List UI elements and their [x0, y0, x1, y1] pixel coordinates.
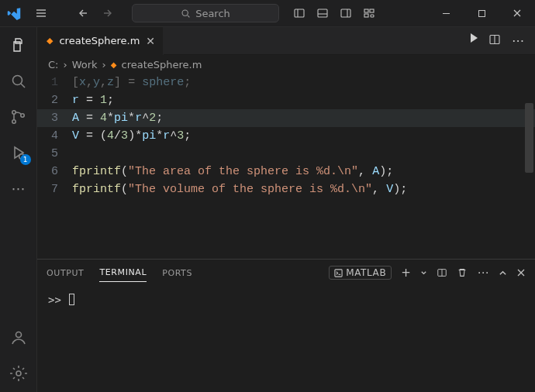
terminal-cursor — [69, 294, 74, 305]
svg-rect-12 — [370, 9, 374, 12]
layout-sidebar-left-icon[interactable] — [293, 7, 305, 19]
panel-split-icon[interactable] — [437, 267, 447, 278]
source-control-icon[interactable] — [8, 106, 29, 128]
chevron-right-icon: › — [63, 59, 67, 70]
title-bar: Search — [0, 0, 535, 27]
svg-rect-5 — [295, 9, 304, 17]
editor-more-icon[interactable]: ⋯ — [512, 33, 524, 48]
svg-line-20 — [21, 84, 25, 88]
run-debug-icon[interactable]: 1 — [8, 142, 29, 163]
tab-label: createSphere.m — [59, 35, 140, 46]
line-number: 7 — [37, 181, 72, 198]
line-number: 6 — [37, 163, 72, 181]
svg-point-26 — [16, 371, 21, 376]
tab-bar: ◆ createSphere.m ✕ ⋯ — [37, 27, 535, 55]
layout-customize-icon[interactable] — [363, 7, 375, 19]
terminal-dropdown-icon[interactable] — [420, 270, 427, 277]
search-activity-icon[interactable] — [8, 70, 29, 92]
matlab-file-icon: ◆ — [47, 36, 53, 46]
svg-rect-16 — [478, 10, 485, 16]
badge: 1 — [20, 154, 31, 165]
nav-forward-icon[interactable] — [101, 7, 113, 19]
svg-rect-7 — [318, 9, 327, 17]
breadcrumb-part[interactable]: Work — [72, 59, 98, 70]
panel-close-icon[interactable] — [516, 268, 526, 277]
panel-more-icon[interactable]: ⋯ — [477, 266, 489, 280]
line-number: 4 — [37, 127, 72, 145]
svg-rect-29 — [335, 269, 342, 276]
terminal-body[interactable]: >> — [37, 286, 535, 392]
line-number: 5 — [37, 145, 72, 163]
svg-rect-13 — [364, 14, 368, 17]
svg-point-21 — [12, 111, 15, 114]
account-icon[interactable] — [8, 327, 29, 349]
explorer-icon[interactable] — [8, 35, 29, 57]
kernel-label: MATLAB — [346, 267, 386, 278]
breadcrumb[interactable]: C: › Work › ◆ createSphere.m — [37, 55, 535, 74]
terminal-prompt: >> — [48, 294, 61, 306]
svg-point-22 — [12, 120, 15, 123]
chevron-right-icon: › — [102, 59, 106, 70]
svg-rect-9 — [341, 9, 350, 17]
run-file-icon[interactable] — [471, 33, 478, 48]
window-minimize-icon[interactable] — [428, 0, 464, 27]
nav-back-icon[interactable] — [78, 7, 90, 19]
line-number: 3 — [37, 109, 72, 127]
terminal-icon — [334, 269, 343, 277]
settings-gear-icon[interactable] — [8, 363, 29, 384]
new-terminal-icon[interactable]: + — [401, 266, 411, 280]
tab-close-icon[interactable]: ✕ — [146, 35, 155, 47]
more-activity-icon[interactable]: ⋯ — [8, 177, 29, 199]
split-editor-icon[interactable] — [488, 33, 501, 48]
tab-output[interactable]: OUTPUT — [47, 264, 84, 282]
tab-ports[interactable]: PORTS — [162, 264, 192, 282]
vscode-logo — [0, 6, 27, 20]
layout-sidebar-right-icon[interactable] — [340, 7, 352, 19]
activity-bar: 1 ⋯ — [0, 27, 37, 392]
breadcrumb-part[interactable]: C: — [48, 59, 58, 70]
window-close-icon[interactable] — [499, 0, 535, 27]
hamburger-menu-icon[interactable] — [27, 7, 54, 19]
line-number: 2 — [37, 91, 72, 109]
search-icon — [181, 9, 191, 19]
layout-panel-bottom-icon[interactable] — [316, 7, 329, 19]
kill-terminal-icon[interactable] — [457, 267, 468, 278]
svg-point-19 — [12, 76, 22, 85]
panel-maximize-icon[interactable] — [499, 269, 507, 277]
tab-createSphere[interactable]: ◆ createSphere.m ✕ — [37, 27, 164, 55]
line-number: 1 — [37, 74, 72, 91]
svg-rect-11 — [364, 9, 368, 12]
svg-point-25 — [16, 332, 21, 338]
search-placeholder: Search — [195, 8, 230, 19]
tab-terminal[interactable]: TERMINAL — [99, 263, 147, 282]
svg-point-3 — [182, 10, 188, 15]
editor-group: ◆ createSphere.m ✕ ⋯ C: › Work › ◆ creat… — [37, 27, 535, 392]
svg-rect-14 — [371, 15, 374, 17]
window-maximize-icon[interactable] — [464, 0, 499, 27]
matlab-file-icon: ◆ — [111, 60, 117, 69]
code-editor[interactable]: 1 [x,y,z] = sphere; 2 r = 1; 3 A = 4*pi*… — [37, 74, 535, 259]
editor-scrollbar[interactable] — [525, 103, 533, 173]
svg-line-4 — [188, 15, 189, 16]
search-input[interactable]: Search — [132, 4, 279, 22]
terminal-kernel-selector[interactable]: MATLAB — [329, 266, 392, 280]
bottom-panel: OUTPUT TERMINAL PORTS MATLAB + ⋯ — [37, 259, 535, 392]
breadcrumb-part[interactable]: createSphere.m — [122, 59, 202, 70]
